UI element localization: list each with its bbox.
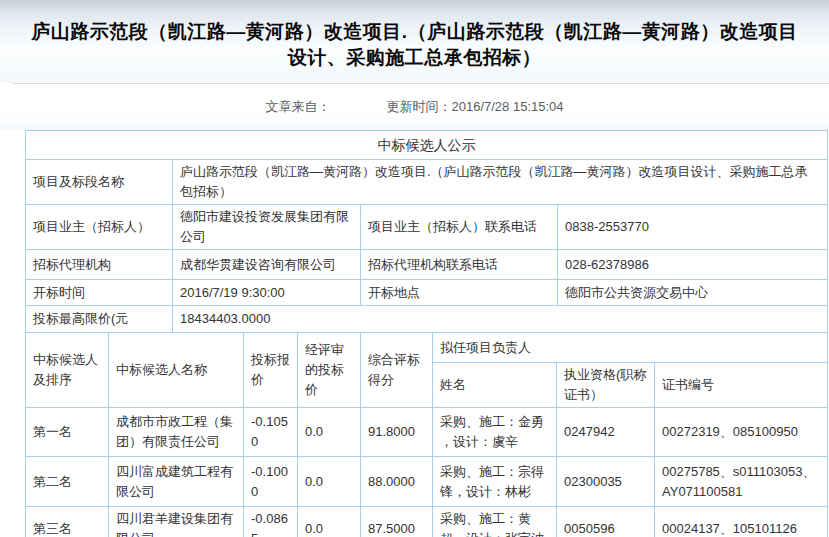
project-name-label: 项目及标段名称 [26,160,173,205]
col-header-cert-no: 证书编号 [655,363,828,408]
table-row: 项目及标段名称 庐山路示范段（凯江路—黄河路）改造项目.（庐山路示范段（凯江路—… [26,160,828,205]
col-header-rank: 中标候选人及排序 [26,333,109,408]
candidate-rank: 第二名 [26,457,109,507]
table-row: 中标候选人公示 [26,131,828,160]
owner-value: 德阳市建设投资发展集团有限公司 [173,205,361,250]
candidate-qualification: 0247942 [557,408,655,457]
notice-info-table: 中标候选人公示 项目及标段名称 庐山路示范段（凯江路—黄河路）改造项目.（庐山路… [25,130,828,333]
candidate-evaluated-price: 0.0 [298,507,361,537]
article-source-label: 文章来自： [265,98,330,116]
update-time-label: 更新时间： [386,99,451,114]
candidate-manager: 采购、施工：金勇 ，设计：虞辛 [433,408,557,457]
candidate-cert-no: 00024137、105101126 [655,507,828,537]
page-header-banner: 庐山路示范段（凯江路—黄河路）改造项目.（庐山路示范段（凯江路—黄河路）改造项目… [0,0,829,83]
candidate-qualification: 0050596 [557,507,655,537]
candidate-name: 四川富成建筑工程有限公司 [109,457,244,507]
candidate-cert-no: 00275785、s011103053、AY071100581 [655,457,828,507]
owner-label: 项目业主（招标人） [26,205,173,250]
candidate-name: 四川君羊建设集团有限公司 [109,507,244,537]
candidate-rank: 第三名 [26,507,109,537]
candidate-cert-no: 00272319、085100950 [655,408,828,457]
candidate-row: 第三名 四川君羊建设集团有限公司 -0.0865 0.0 87.5000 采购、… [26,507,828,537]
candidate-manager: 采购、施工：黄超，设计：张宇波 [433,507,557,537]
candidate-bid-price: -0.1000 [244,457,298,507]
owner-phone-label: 项目业主（招标人）联系电话 [361,205,558,250]
owner-phone-value: 0838-2553770 [558,205,828,250]
open-place-label: 开标地点 [361,280,558,306]
agency-phone-value: 028-62378986 [558,250,828,280]
col-header-qualification: 执业资格(职称证书） [557,363,655,408]
table-row: 项目业主（招标人） 德阳市建设投资发展集团有限公司 项目业主（招标人）联系电话 … [26,205,828,250]
candidate-evaluated-price: 0.0 [298,457,361,507]
candidates-table: 中标候选人及排序 中标候选人名称 投标报价 经评审的投标价 综合评标得分 拟任项… [25,332,828,537]
table-row: 招标代理机构 成都华贯建设咨询有限公司 招标代理机构联系电话 028-62378… [26,250,828,280]
agency-value: 成都华贯建设咨询有限公司 [173,250,361,280]
col-header-name: 中标候选人名称 [109,333,244,408]
candidate-rank: 第一名 [26,408,109,457]
open-time-label: 开标时间 [26,280,173,306]
update-time-value: 2016/7/28 15:15:04 [451,99,563,114]
open-time-value: 2016/7/19 9:30:00 [173,280,361,306]
article-meta-row: 文章来自： 更新时间：2016/7/28 15:15:04 [0,84,829,130]
candidate-row: 第一名 成都市市政工程（集团）有限责任公司 -0.1050 0.0 91.800… [26,408,828,457]
open-place-value: 德阳市公共资源交易中心 [558,280,828,306]
table-row: 投标最高限价(元 18434403.0000 [26,306,828,333]
agency-phone-label: 招标代理机构联系电话 [361,250,558,280]
candidate-qualification: 02300035 [557,457,655,507]
candidate-evaluated-price: 0.0 [298,408,361,457]
candidate-score: 87.5000 [361,507,433,537]
project-name-value: 庐山路示范段（凯江路—黄河路）改造项目.（庐山路示范段（凯江路—黄河路）改造项目… [173,160,828,205]
candidate-manager: 采购、施工：宗得锋，设计：林彬 [433,457,557,507]
candidate-score: 88.0000 [361,457,433,507]
agency-label: 招标代理机构 [26,250,173,280]
col-header-manager-group: 拟任项目负责人 [433,333,828,363]
max-price-value: 18434403.0000 [173,306,828,333]
candidate-bid-price: -0.0865 [244,507,298,537]
col-header-score: 综合评标得分 [361,333,433,408]
candidate-bid-price: -0.1050 [244,408,298,457]
candidate-row: 第二名 四川富成建筑工程有限公司 -0.1000 0.0 88.0000 采购、… [26,457,828,507]
candidate-score: 91.8000 [361,408,433,457]
candidate-name: 成都市市政工程（集团）有限责任公司 [109,408,244,457]
col-header-bid-price: 投标报价 [244,333,298,408]
candidates-header-row: 中标候选人及排序 中标候选人名称 投标报价 经评审的投标价 综合评标得分 拟任项… [26,333,828,363]
table-row: 开标时间 2016/7/19 9:30:00 开标地点 德阳市公共资源交易中心 [26,280,828,306]
col-header-evaluated-price: 经评审的投标价 [298,333,361,408]
max-price-label: 投标最高限价(元 [26,306,173,333]
page-title: 庐山路示范段（凯江路—黄河路）改造项目.（庐山路示范段（凯江路—黄河路）改造项目… [0,13,829,71]
article-update-time: 更新时间：2016/7/28 15:15:04 [386,98,563,116]
col-header-manager-name: 姓名 [433,363,557,408]
notice-title: 中标候选人公示 [26,131,828,160]
